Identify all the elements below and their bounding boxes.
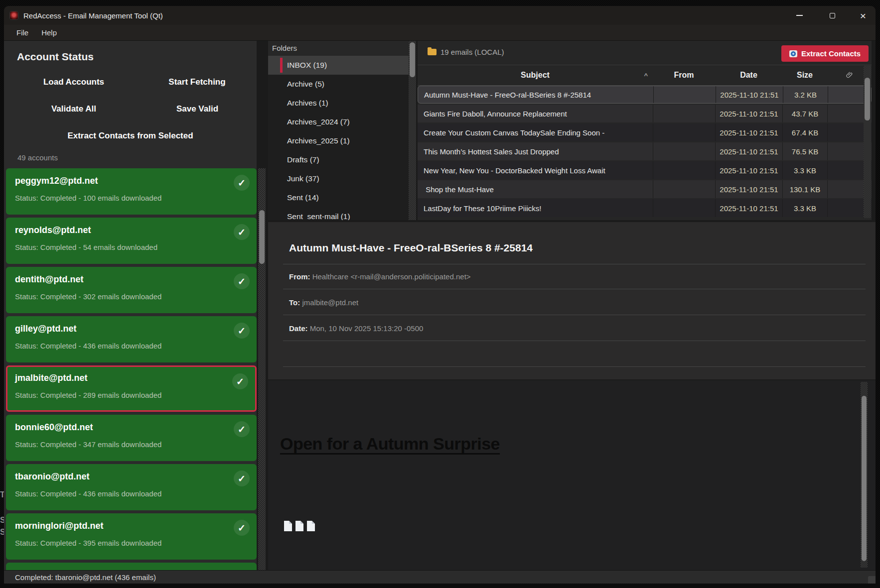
extract-contacts-button[interactable]: Extract Contacts xyxy=(781,45,869,62)
account-card-selected[interactable]: jmalbite@ptd.net Status: Completed - 289… xyxy=(6,365,257,412)
document-icon[interactable] xyxy=(295,521,303,531)
email-row-selected[interactable]: Autumn Must-Have - FreeO-ral-BSeries 8 #… xyxy=(418,86,872,104)
email-from-cell xyxy=(653,123,715,141)
start-fetching-button[interactable]: Start Fetching xyxy=(151,77,243,88)
email-row[interactable]: LastDay for These 10Priime Piiicks! 2025… xyxy=(418,199,872,217)
account-card[interactable]: reynolds@ptd.net Status: Completed - 54 … xyxy=(6,218,257,264)
account-status-text: Status: Completed - 289 emails downloade… xyxy=(15,391,248,399)
email-date-cell: 2025-11-10 21:51 xyxy=(715,199,782,217)
column-header-from[interactable]: From xyxy=(653,71,715,80)
folders-scrollbar-thumb[interactable] xyxy=(410,42,415,77)
folder-item-junk[interactable]: Junk (37) xyxy=(268,169,416,188)
account-card[interactable]: dentith@ptd.net Status: Completed - 302 … xyxy=(6,267,257,313)
email-row[interactable]: New Year, New You - DoctorBacked Weight … xyxy=(418,161,872,179)
divider xyxy=(283,315,866,315)
document-icon[interactable] xyxy=(307,521,315,531)
column-header-date[interactable]: Date xyxy=(715,71,782,80)
resize-grip[interactable] xyxy=(868,576,876,584)
accounts-scrollbar[interactable] xyxy=(258,168,266,571)
column-header-size[interactable]: Size xyxy=(782,71,827,80)
save-valid-button[interactable]: Save Valid xyxy=(162,104,232,115)
account-email: reynolds@ptd.net xyxy=(15,225,248,235)
folders-scrollbar[interactable] xyxy=(409,41,416,220)
detail-to-row: To: jmalbite@ptd.net xyxy=(289,298,358,307)
email-size-cell: 76.5 KB xyxy=(782,142,827,160)
folder-item-inbox[interactable]: INBOX (19) xyxy=(268,56,416,75)
checkmark-icon: ✓ xyxy=(234,520,250,536)
email-body-panel: Open for a Autumn Surprise xyxy=(268,380,876,570)
account-card[interactable]: peggym12@ptd.net Status: Completed - 100… xyxy=(6,168,257,215)
column-header-subject[interactable]: Subject ^ xyxy=(418,71,653,80)
email-list-panel: 19 emails (LOCAL) Extract Contacts Subje… xyxy=(418,41,872,220)
account-card-partial[interactable] xyxy=(6,563,257,570)
email-detail-panel: Autumn Must-Have - FreeO-ral-BSeries 8 #… xyxy=(268,222,876,379)
subject-header-label: Subject xyxy=(521,71,550,79)
status-bar: Completed: tbaronio@ptd.net (436 emails) xyxy=(4,570,876,584)
menu-file[interactable]: File xyxy=(10,28,35,37)
date-value: Mon, 10 Nov 2025 15:13:20 -0500 xyxy=(310,324,424,333)
account-email: jmalbite@ptd.net xyxy=(15,373,248,383)
account-card[interactable]: morninglori@ptd.net Status: Completed - … xyxy=(6,513,257,560)
email-date-cell: 2025-11-10 21:51 xyxy=(715,161,782,179)
email-list-header: 19 emails (LOCAL) Extract Contacts xyxy=(418,41,872,65)
folder-item-archive[interactable]: Archive (5) xyxy=(268,75,416,94)
account-card[interactable]: tbaronio@ptd.net Status: Completed - 436… xyxy=(6,464,257,510)
email-size-cell: 3.2 KB xyxy=(783,86,828,103)
email-body-headline-link[interactable]: Open for a Autumn Surprise xyxy=(280,434,500,454)
folder-item-archives-2025[interactable]: Archives_2025 (1) xyxy=(268,131,416,150)
load-accounts-button[interactable]: Load Accounts xyxy=(24,77,124,88)
minimize-button[interactable] xyxy=(788,6,811,25)
email-subject-cell: Shop the Must-Have xyxy=(418,180,653,198)
menu-help[interactable]: Help xyxy=(35,28,63,37)
folder-item-archives[interactable]: Archives (1) xyxy=(268,94,416,113)
paperclip-icon xyxy=(846,71,853,79)
account-status-text: Status: Completed - 436 emails downloade… xyxy=(15,342,248,350)
detail-from-row: From: Healthcare <r-mail@anderson.politi… xyxy=(289,272,471,281)
extract-contacts-label: Extract Contacts xyxy=(801,49,861,58)
from-value: Healthcare <r-mail@anderson.politicipate… xyxy=(312,272,471,281)
email-date-cell: 2025-11-10 21:51 xyxy=(715,142,782,160)
email-size-cell: 43.7 KB xyxy=(782,105,827,122)
from-label: From: xyxy=(289,272,310,281)
accounts-count-label: 49 accounts xyxy=(17,153,58,162)
account-email: tbaronio@ptd.net xyxy=(15,471,248,482)
folder-item-sent-sent-mail[interactable]: Sent_sent-mail (1) xyxy=(268,207,416,220)
extract-contacts-from-selected-button[interactable]: Extract Contacts from Selected xyxy=(4,130,257,141)
email-count-label: 19 emails (LOCAL) xyxy=(440,48,504,56)
account-card[interactable]: bonnie60@ptd.net Status: Completed - 347… xyxy=(6,415,257,461)
email-rows: Autumn Must-Have - FreeO-ral-BSeries 8 #… xyxy=(418,86,872,217)
email-subject-cell: Create Your Custom Canvas TodaySale Endi… xyxy=(418,123,653,141)
email-row[interactable]: This Month’s Hottest Sales Just Dropped … xyxy=(418,142,872,160)
account-email: morninglori@ptd.net xyxy=(15,521,248,531)
email-subject-cell: This Month’s Hottest Sales Just Dropped xyxy=(418,142,653,160)
email-list-scrollbar[interactable] xyxy=(864,66,871,218)
to-label: To: xyxy=(289,298,300,307)
document-icon[interactable] xyxy=(284,521,292,531)
validate-all-button[interactable]: Validate All xyxy=(34,104,114,115)
email-list-scrollbar-thumb[interactable] xyxy=(865,78,870,120)
close-button[interactable]: × xyxy=(852,6,875,25)
email-body-scrollbar-thumb[interactable] xyxy=(862,396,867,561)
email-size-cell: 67.4 KB xyxy=(782,123,827,141)
folder-item-sent[interactable]: Sent (14) xyxy=(268,188,416,207)
maximize-button[interactable] xyxy=(821,6,844,25)
checkmark-icon: ✓ xyxy=(234,273,250,289)
email-from-cell xyxy=(653,86,716,103)
email-size-cell: 3.3 KB xyxy=(782,161,827,179)
title-bar[interactable]: RedAccess - Email Management Tool (Qt) × xyxy=(4,6,876,25)
account-card[interactable]: gilley@ptd.net Status: Completed - 436 e… xyxy=(6,316,257,362)
account-status-text: Status: Completed - 436 emails downloade… xyxy=(15,489,248,498)
app-window: RedAccess - Email Management Tool (Qt) ×… xyxy=(4,6,876,584)
account-status-text: Status: Completed - 395 emails downloade… xyxy=(15,539,248,547)
email-row[interactable]: Shop the Must-Have 2025-11-10 21:51 130.… xyxy=(418,180,872,198)
account-status-text: Status: Completed - 100 emails downloade… xyxy=(15,194,248,202)
accounts-scrollbar-thumb[interactable] xyxy=(259,210,265,264)
folder-item-archives-2024[interactable]: Archives_2024 (7) xyxy=(268,113,416,131)
email-row[interactable]: Giants Fire Daboll, Announce Replacement… xyxy=(418,105,872,122)
email-row[interactable]: Create Your Custom Canvas TodaySale Endi… xyxy=(418,123,872,141)
divider xyxy=(283,366,866,367)
folder-item-drafts[interactable]: Drafts (7) xyxy=(268,150,416,169)
screen: T S S RedAccess - Email Management Tool … xyxy=(0,0,880,588)
email-body-scrollbar[interactable] xyxy=(861,382,868,568)
account-email: peggym12@ptd.net xyxy=(15,176,248,186)
